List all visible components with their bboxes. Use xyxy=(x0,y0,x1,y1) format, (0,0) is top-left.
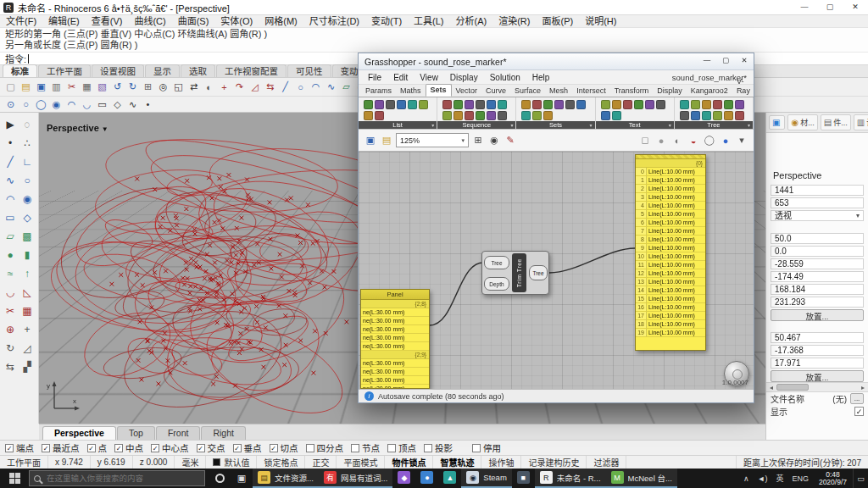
component-icon[interactable] xyxy=(543,100,553,109)
lasso-icon[interactable]: ◌ xyxy=(19,116,36,133)
gh-category-tab[interactable]: Kangaroo2 xyxy=(687,86,732,97)
menu-item[interactable]: 尺寸标注(D) xyxy=(303,15,365,28)
move-icon[interactable]: + xyxy=(19,321,36,338)
status-cell[interactable]: 距离上次保存的时间(分钟): 207 xyxy=(736,456,868,469)
gh-menu-item[interactable]: Edit xyxy=(387,73,414,82)
place-button[interactable]: 放置... xyxy=(771,309,864,321)
gh-category-tab[interactable]: Sets xyxy=(426,84,452,97)
component-icon[interactable] xyxy=(397,100,406,109)
status-cell[interactable]: 记录建构历史 xyxy=(521,456,587,469)
component-icon[interactable] xyxy=(442,100,452,109)
osnap-item[interactable]: ✓垂点 xyxy=(233,441,262,454)
property-value[interactable]: 653 xyxy=(771,197,864,208)
move-icon[interactable]: + xyxy=(217,80,231,94)
checkbox[interactable]: ✓ xyxy=(197,444,205,452)
viewport-tab[interactable]: Top xyxy=(117,426,155,440)
grasshopper-canvas[interactable]: Panel {2;8}ne(L:30.00 mm)ne(L:30.00 mm)n… xyxy=(359,152,754,389)
gh-menu-item[interactable]: Solution xyxy=(484,73,526,82)
ellipse-icon[interactable]: ◉ xyxy=(19,191,36,208)
checkbox[interactable]: ✓ xyxy=(270,444,278,452)
property-value[interactable]: 17.971 xyxy=(771,358,864,369)
projection-select[interactable]: 透视▾ xyxy=(771,210,864,221)
menu-item[interactable]: 文件(F) xyxy=(0,15,42,28)
checkbox[interactable]: ✓ xyxy=(233,444,242,452)
arc-icon[interactable]: ◠ xyxy=(64,97,79,112)
component-icon[interactable] xyxy=(419,100,428,109)
component-icon[interactable] xyxy=(465,111,474,120)
circle-3pt-icon[interactable]: ◯ xyxy=(34,97,48,112)
rhino-toolbar-tab[interactable]: 标准 xyxy=(3,64,37,77)
checkbox[interactable]: ✓ xyxy=(854,407,864,416)
osnap-item[interactable]: 停用 xyxy=(472,441,501,454)
scroll-left-arrow[interactable]: ◂ xyxy=(766,384,776,391)
gh-group-label[interactable]: Text▾ xyxy=(596,121,674,129)
scale-icon[interactable]: ◿ xyxy=(19,340,36,357)
component-icon[interactable] xyxy=(713,100,722,109)
property-value[interactable]: 50.467 xyxy=(771,332,864,343)
ime-icon[interactable]: 英 xyxy=(771,473,787,484)
menu-item[interactable]: 编辑(E) xyxy=(42,15,86,28)
tray-expand-icon[interactable]: ∧ xyxy=(739,474,754,483)
trim-icon[interactable]: ✂ xyxy=(2,302,19,319)
component-icon[interactable] xyxy=(702,111,711,120)
search-input[interactable] xyxy=(45,473,200,484)
rhino-toolbar-tab[interactable]: 工作视窗配置 xyxy=(216,64,287,77)
property-value[interactable]: -174.49 xyxy=(771,271,864,282)
component-icon[interactable] xyxy=(476,100,485,109)
zoom-icon[interactable]: ◎ xyxy=(156,80,170,94)
task-view-button[interactable]: ▣ xyxy=(231,469,253,488)
cut-icon[interactable]: ✂ xyxy=(64,80,79,94)
viewport-title[interactable]: Perspective▼ xyxy=(47,123,108,133)
taskbar-app-app-blue[interactable]: ● xyxy=(415,469,438,488)
component-icon[interactable] xyxy=(364,111,373,120)
component-icon[interactable] xyxy=(386,100,395,109)
gh-blue-ball-icon[interactable]: ● xyxy=(719,134,732,147)
rectangle-icon[interactable]: ▭ xyxy=(2,209,19,226)
osnap-item[interactable]: ✓端点 xyxy=(5,441,34,454)
gh-redraw-icon[interactable]: ✎ xyxy=(504,134,517,147)
status-cell[interactable]: 操作轴 xyxy=(481,456,521,469)
gh-category-tab[interactable]: Maths xyxy=(396,86,426,97)
checkbox[interactable] xyxy=(306,444,314,452)
menu-item[interactable]: 渲染(R) xyxy=(492,15,536,28)
materials-tab[interactable]: ◉材... xyxy=(787,114,817,130)
gh-category-tab[interactable]: Params xyxy=(361,86,396,97)
open-file-icon[interactable]: ▤ xyxy=(19,80,33,94)
gh-minimize-button[interactable]: — xyxy=(698,54,716,68)
taskbar-app-rhino-app[interactable]: R未命名 - R... xyxy=(535,469,606,488)
point-icon[interactable]: • xyxy=(2,135,19,152)
shaded-view-icon[interactable]: ◐ xyxy=(202,80,216,94)
taskbar-app-youdao-dict[interactable]: 有网易有道词... xyxy=(319,469,392,488)
component-icon[interactable] xyxy=(634,100,643,109)
component-icon[interactable] xyxy=(601,111,610,120)
menu-item[interactable]: 查看(V) xyxy=(86,15,129,28)
circle-center-icon[interactable]: ⊙ xyxy=(3,97,18,112)
status-cell[interactable]: 过滤器 xyxy=(587,456,626,469)
rhino-toolbar-tab[interactable]: 选取 xyxy=(181,64,215,77)
component-icon[interactable] xyxy=(498,100,507,109)
gh-menu-item[interactable]: Display xyxy=(444,73,484,82)
circle-2pt-icon[interactable]: ○ xyxy=(19,97,33,112)
component-icon[interactable] xyxy=(375,111,384,120)
gh-category-tab[interactable]: Curve xyxy=(481,86,510,97)
zoom-select[interactable]: 125% ▾ xyxy=(396,133,469,147)
place-button[interactable]: 放置... xyxy=(771,370,864,382)
objects-tab[interactable]: ▤件... xyxy=(821,114,851,130)
osnap-item[interactable]: ✓中心点 xyxy=(151,441,189,454)
status-cell[interactable]: y 6.619 xyxy=(91,456,133,469)
gh-selected-only-icon[interactable]: ◒ xyxy=(687,134,700,147)
taskbar-search[interactable] xyxy=(29,470,205,486)
taskbar-app-mcneel[interactable]: MMcNeel 台... xyxy=(606,469,677,488)
gh-menu-item[interactable]: View xyxy=(414,73,444,82)
checkbox[interactable] xyxy=(424,444,432,452)
menu-item[interactable]: 曲线(C) xyxy=(128,15,171,28)
zoom-window-icon[interactable]: ◱ xyxy=(171,80,186,94)
menu-item[interactable]: 说明(H) xyxy=(579,15,622,28)
polygon-icon[interactable]: ◇ xyxy=(110,97,125,112)
gh-panel-left[interactable]: Panel {2;8}ne(L:30.00 mm)ne(L:30.00 mm)n… xyxy=(360,289,430,389)
taskbar-app-app-teal[interactable]: ▲ xyxy=(438,469,461,488)
menu-item[interactable]: 工具(L) xyxy=(408,15,449,28)
component-icon[interactable] xyxy=(601,100,610,109)
checkbox[interactable]: ✓ xyxy=(151,444,159,452)
menu-item[interactable]: 面板(P) xyxy=(536,15,579,28)
